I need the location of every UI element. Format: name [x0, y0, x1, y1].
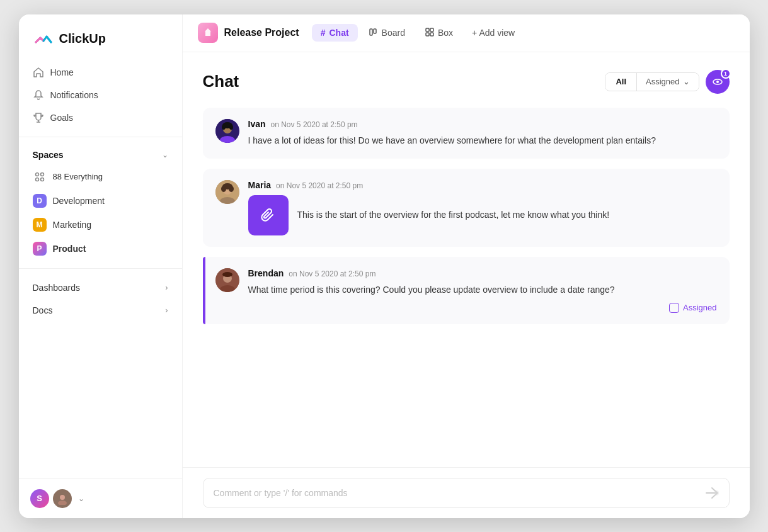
sidebar-item-everything[interactable]: 88 Everything	[25, 165, 176, 189]
msg-brendan-text: What time period is this covering? Could…	[248, 283, 717, 297]
trophy-icon	[33, 112, 44, 123]
sidebar-item-notifications[interactable]: Notifications	[25, 84, 176, 106]
message-ivan: Ivan on Nov 5 2020 at 2:50 pm I have a l…	[203, 108, 730, 159]
project-title: Release Project	[224, 27, 299, 38]
msg-maria-meta: Maria on Nov 5 2020 at 2:50 pm	[248, 180, 717, 190]
filter-group: All Assigned ⌄	[605, 72, 699, 91]
sidebar-divider-2	[19, 268, 182, 269]
tab-chat[interactable]: # Chat	[312, 24, 358, 42]
sidebar-item-dashboards[interactable]: Dashboards ›	[19, 276, 182, 299]
chat-header-controls: All Assigned ⌄ 1	[605, 70, 729, 94]
marketing-label: Marketing	[53, 220, 91, 230]
msg-brendan-name: Brendan	[248, 268, 284, 278]
sidebar-item-docs[interactable]: Docs ›	[19, 299, 182, 322]
sidebar: ClickUp Home Notifications	[19, 14, 183, 518]
filter-assigned-label: Assigned	[646, 77, 679, 86]
svg-rect-7	[374, 29, 376, 33]
assigned-tag: Assigned	[248, 303, 717, 313]
tab-box-label: Box	[438, 28, 453, 38]
topbar-tabs: # Chat Board	[312, 24, 523, 42]
message-maria: Maria on Nov 5 2020 at 2:50 pm This is t…	[203, 169, 730, 247]
msg-maria-body: Maria on Nov 5 2020 at 2:50 pm This is t…	[248, 180, 717, 235]
docs-chevron-icon: ›	[165, 305, 168, 315]
everything-label: 88 Everything	[53, 172, 103, 181]
bell-icon	[33, 89, 44, 101]
sidebar-navigation: Home Notifications Goals	[19, 61, 182, 129]
tab-box[interactable]: Box	[416, 24, 462, 42]
sidebar-item-marketing[interactable]: M Marketing	[25, 213, 176, 237]
user-avatar-s[interactable]: S	[30, 489, 49, 508]
users-chevron-icon[interactable]: ⌄	[78, 494, 84, 503]
board-icon	[369, 28, 378, 38]
svg-point-2	[35, 178, 38, 181]
spaces-label: Spaces	[33, 150, 64, 160]
product-badge: P	[33, 242, 47, 256]
spaces-header[interactable]: Spaces ⌄	[19, 145, 182, 165]
dashboards-label: Dashboards	[33, 283, 81, 293]
svg-rect-6	[370, 29, 372, 35]
msg-brendan-time: on Nov 5 2020 at 2:50 pm	[289, 269, 375, 278]
comment-input-area[interactable]: Comment or type '/' for commands	[203, 478, 730, 508]
dashboards-chevron-icon: ›	[165, 283, 168, 292]
msg-maria-text: This is the start of the overview for th…	[297, 208, 610, 222]
sidebar-bottom: S ⌄	[19, 478, 182, 518]
comment-box: Comment or type '/' for commands	[183, 467, 750, 518]
hash-icon: #	[321, 28, 326, 38]
home-icon	[33, 67, 44, 78]
marketing-badge: M	[33, 218, 47, 232]
sidebar-home-label: Home	[50, 67, 74, 77]
watch-button[interactable]: 1	[706, 70, 730, 94]
svg-point-0	[35, 173, 38, 176]
svg-point-19	[229, 125, 233, 130]
svg-rect-10	[426, 33, 429, 36]
sidebar-goals-label: Goals	[50, 113, 74, 123]
msg-brendan-meta: Brendan on Nov 5 2020 at 2:50 pm	[248, 268, 717, 278]
msg-ivan-time: on Nov 5 2020 at 2:50 pm	[271, 120, 358, 129]
svg-point-13	[716, 81, 719, 83]
spaces-chevron-icon: ⌄	[162, 150, 168, 159]
chat-title: Chat	[203, 72, 239, 91]
msg-ivan-body: Ivan on Nov 5 2020 at 2:50 pm I have a l…	[248, 119, 717, 147]
sidebar-item-home[interactable]: Home	[25, 61, 176, 84]
msg-maria-time: on Nov 5 2020 at 2:50 pm	[276, 181, 363, 190]
watch-badge: 1	[721, 69, 731, 79]
svg-point-18	[222, 125, 226, 130]
development-label: Development	[53, 196, 105, 206]
sidebar-item-goals[interactable]: Goals	[25, 106, 176, 129]
box-icon	[425, 28, 434, 38]
svg-rect-8	[426, 28, 429, 31]
docs-label: Docs	[33, 305, 53, 315]
main-content: Release Project # Chat Board	[183, 14, 750, 518]
eye-icon	[712, 76, 723, 88]
product-label: Product	[53, 244, 86, 254]
chat-header: Chat All Assigned ⌄	[203, 70, 730, 94]
attachment-box: This is the start of the overview for th…	[248, 195, 717, 235]
msg-ivan-text: I have a lot of ideas for this! Do we ha…	[248, 134, 717, 147]
user-avatar-b[interactable]	[53, 489, 72, 508]
assigned-checkbox[interactable]	[669, 303, 679, 313]
project-icon	[198, 23, 218, 43]
tab-board[interactable]: Board	[360, 24, 414, 42]
topbar: Release Project # Chat Board	[183, 14, 750, 52]
sidebar-item-development[interactable]: D Development	[25, 189, 176, 213]
sidebar-item-product[interactable]: P Product	[25, 237, 176, 261]
attachment-icon[interactable]	[248, 195, 289, 235]
message-brendan: Brendan on Nov 5 2020 at 2:50 pm What ti…	[203, 257, 730, 324]
filter-assigned-button[interactable]: Assigned ⌄	[637, 73, 698, 90]
filter-all-button[interactable]: All	[605, 73, 636, 90]
svg-point-3	[40, 178, 43, 181]
msg-brendan-body: Brendan on Nov 5 2020 at 2:50 pm What ti…	[248, 268, 717, 313]
avatar-maria	[215, 180, 239, 204]
msg-maria-name: Maria	[248, 180, 272, 190]
add-view-button[interactable]: + Add view	[464, 24, 522, 42]
msg-ivan-name: Ivan	[248, 119, 266, 129]
logo-text: ClickUp	[59, 31, 106, 46]
logo: ClickUp	[19, 14, 182, 61]
clickup-logo-icon	[33, 28, 54, 50]
messages-list: Ivan on Nov 5 2020 at 2:50 pm I have a l…	[203, 108, 730, 467]
everything-icon	[33, 170, 47, 184]
avatar-ivan	[215, 119, 239, 143]
avatar-brendan	[215, 268, 239, 292]
svg-point-30	[714, 490, 719, 495]
app-container: ClickUp Home Notifications	[19, 14, 750, 518]
